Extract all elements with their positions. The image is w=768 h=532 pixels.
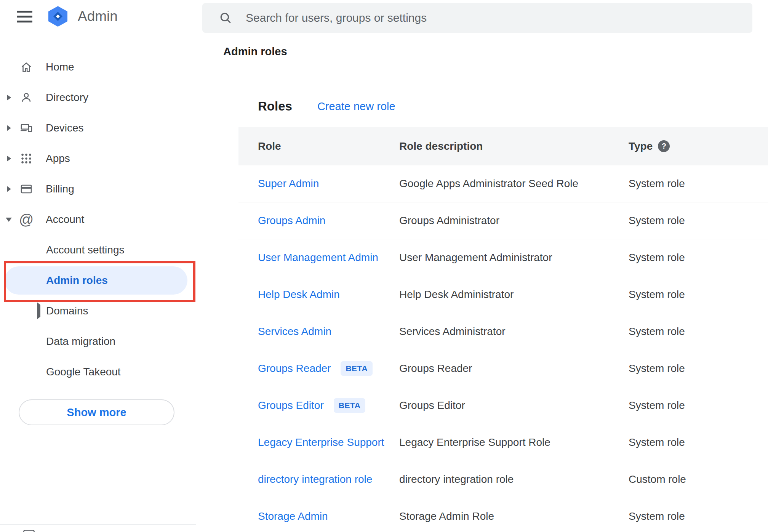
help-icon[interactable]: ? — [658, 140, 670, 152]
sidebar-item-label: Domains — [46, 305, 88, 317]
show-more-button[interactable]: Show more — [19, 399, 174, 425]
role-type: System role — [629, 288, 768, 301]
sidebar-item-home[interactable]: Home — [0, 52, 196, 82]
role-link[interactable]: Storage Admin — [258, 510, 328, 522]
role-description: Google Apps Administrator Seed Role — [399, 178, 629, 190]
sidebar-item-label: Directory — [46, 91, 88, 104]
devices-icon — [18, 122, 35, 135]
search-input[interactable] — [245, 6, 752, 30]
sidebar-item-data-migration[interactable]: Data migration — [0, 326, 196, 357]
sidebar-item-label: Apps — [46, 152, 70, 165]
role-description: User Management Administrator — [399, 252, 629, 264]
table-row: Help Desk Admin Help Desk Administrator … — [238, 276, 768, 313]
role-type: System role — [629, 510, 768, 522]
sidebar-item-label: Devices — [46, 122, 84, 134]
sidebar-item-label: Account settings — [46, 244, 124, 256]
billing-card-icon — [18, 183, 35, 195]
sidebar-item-label: Google Takeout — [46, 366, 121, 378]
role-type: System role — [629, 252, 768, 264]
apps-grid-icon — [18, 152, 35, 165]
expand-arrow-icon[interactable] — [0, 186, 18, 192]
menu-icon[interactable] — [17, 8, 32, 26]
breadcrumb: Admin roles — [223, 45, 287, 58]
role-description: Groups Reader — [399, 362, 629, 375]
table-body: Super Admin Google Apps Administrator Se… — [238, 165, 768, 532]
table-row: Super Admin Google Apps Administrator Se… — [238, 165, 768, 202]
column-header-description: Role description — [399, 140, 629, 152]
column-header-type-label: Type — [629, 140, 653, 152]
sidebar-bottom-divider — [0, 524, 196, 525]
roles-card: Roles Create new role Role Role descript… — [238, 67, 768, 532]
collapse-arrow-icon[interactable] — [0, 218, 18, 222]
beta-badge: BETA — [341, 361, 373, 376]
sidebar-item-apps[interactable]: Apps — [0, 143, 196, 174]
sidebar-item-account[interactable]: @ Account — [0, 204, 196, 235]
table-row: Storage Admin Storage Admin Role System … — [238, 498, 768, 532]
sidebar-item-label: Admin roles — [46, 274, 108, 287]
table-row: Groups Reader BETA Groups Reader System … — [238, 350, 768, 387]
role-type: System role — [629, 215, 768, 227]
table-row: User Management Admin User Management Ad… — [238, 239, 768, 276]
card-title: Roles — [258, 99, 292, 114]
role-type: System role — [629, 325, 768, 338]
sidebar-item-admin-roles[interactable]: Admin roles — [0, 265, 196, 296]
roles-card-header: Roles Create new role — [238, 67, 768, 127]
table-row: Services Admin Services Administrator Sy… — [238, 313, 768, 350]
role-link[interactable]: Services Admin — [258, 325, 331, 338]
role-type: System role — [629, 399, 768, 412]
home-icon — [18, 61, 35, 74]
column-header-role: Role — [258, 140, 399, 152]
at-sign-icon: @ — [18, 212, 35, 227]
role-link[interactable]: Super Admin — [258, 178, 319, 190]
person-icon — [18, 91, 35, 104]
beta-badge: BETA — [334, 398, 366, 413]
role-description: Storage Admin Role — [399, 510, 629, 522]
column-header-type: Type ? — [629, 140, 768, 152]
sidebar: Admin Home Directory — [0, 0, 196, 532]
role-description: Groups Editor — [399, 399, 629, 412]
table-row: Groups Admin Groups Administrator System… — [238, 202, 768, 239]
expand-arrow-icon[interactable] — [0, 155, 18, 162]
role-link[interactable]: Help Desk Admin — [258, 288, 340, 301]
table-header-row: Role Role description Type ? — [238, 127, 768, 165]
sidebar-nav: Home Directory Devices — [0, 52, 196, 387]
role-link[interactable]: User Management Admin — [258, 252, 378, 264]
role-description: Services Administrator — [399, 325, 629, 338]
app-title: Admin — [78, 8, 118, 24]
role-link[interactable]: Legacy Enterprise Support — [258, 436, 384, 449]
partial-bottom-icon — [22, 529, 36, 532]
role-type: System role — [629, 362, 768, 375]
role-description: Help Desk Administrator — [399, 288, 629, 301]
role-type: System role — [629, 178, 768, 190]
sidebar-item-label: Data migration — [46, 335, 115, 348]
table-row: Legacy Enterprise Support Legacy Enterpr… — [238, 424, 768, 461]
table-row: directory integration role directory int… — [238, 461, 768, 498]
search-bar[interactable] — [202, 3, 752, 33]
sidebar-header: Admin — [0, 0, 118, 33]
expand-arrow-icon[interactable] — [0, 125, 18, 131]
role-description: directory integration role — [399, 473, 629, 486]
role-type: System role — [629, 436, 768, 449]
role-link[interactable]: Groups Admin — [258, 215, 325, 227]
sidebar-item-domains[interactable]: Domains — [0, 296, 196, 326]
sidebar-item-label: Account — [46, 213, 84, 226]
role-link[interactable]: Groups Editor — [258, 399, 324, 412]
expand-arrow-icon[interactable] — [37, 305, 40, 317]
role-description: Legacy Enterprise Support Role — [399, 436, 629, 449]
sidebar-item-account-settings[interactable]: Account settings — [0, 235, 196, 265]
role-link[interactable]: Groups Reader — [258, 362, 331, 375]
table-row: Groups Editor BETA Groups Editor System … — [238, 387, 768, 424]
sidebar-item-label: Home — [46, 61, 74, 73]
sidebar-item-billing[interactable]: Billing — [0, 174, 196, 204]
expand-arrow-icon[interactable] — [0, 95, 18, 101]
search-icon — [219, 11, 232, 24]
admin-logo-icon — [47, 5, 69, 27]
sidebar-item-devices[interactable]: Devices — [0, 113, 196, 143]
sidebar-item-directory[interactable]: Directory — [0, 82, 196, 113]
sidebar-item-label: Billing — [46, 183, 74, 195]
sidebar-item-google-takeout[interactable]: Google Takeout — [0, 357, 196, 387]
role-description: Groups Administrator — [399, 215, 629, 227]
role-type: Custom role — [629, 473, 768, 486]
create-new-role-link[interactable]: Create new role — [317, 100, 395, 113]
role-link[interactable]: directory integration role — [258, 473, 372, 486]
